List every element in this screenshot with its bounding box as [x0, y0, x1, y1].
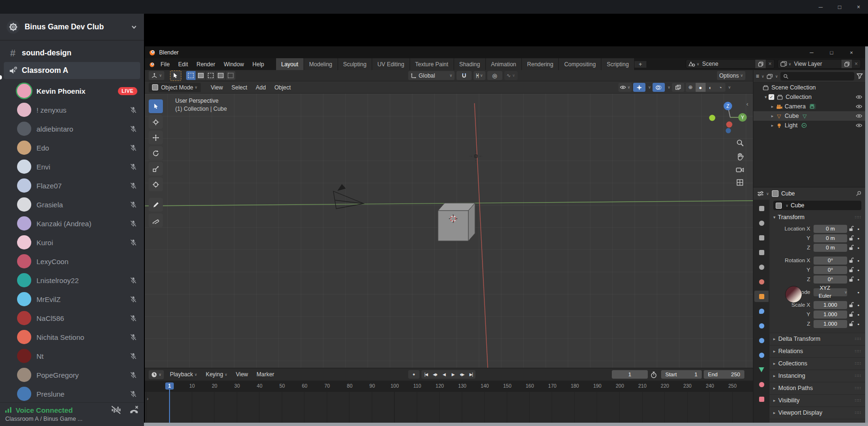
voice-user-row[interactable]: Nichita Setiono: [0, 328, 144, 346]
properties-section-header[interactable]: ▸ Viewport Display ∷∷: [770, 407, 865, 418]
timeline-frame-tick[interactable]: 90: [366, 382, 378, 390]
window-minimize-button[interactable]: ─: [811, 4, 830, 10]
shading-solid-button[interactable]: ●: [696, 83, 706, 92]
timeline-frame-tick[interactable]: 180: [569, 382, 581, 390]
timeline-editor-type-button[interactable]: ∨: [149, 370, 164, 379]
workspace-tab[interactable]: Shading: [454, 58, 485, 70]
workspace-tab[interactable]: Layout: [276, 58, 304, 70]
animate-dot-button[interactable]: ●: [855, 237, 861, 240]
animate-dot-button[interactable]: ●: [855, 246, 861, 249]
noise-suppression-icon[interactable]: [111, 405, 121, 415]
outliner-filter-mode-dropdown[interactable]: ∨: [767, 74, 778, 79]
properties-section-header[interactable]: ▸ Motion Paths ∷∷: [770, 382, 865, 394]
visibility-dropdown[interactable]: ∨: [618, 83, 632, 92]
snap-target-dropdown[interactable]: |•|∨: [474, 71, 485, 80]
timeline-frame-tick[interactable]: 150: [501, 382, 513, 390]
transform-value-field[interactable]: 1.000: [814, 320, 847, 328]
playback-button[interactable]: ◀: [439, 370, 448, 379]
playback-menu[interactable]: Playback∨: [166, 371, 202, 378]
workspace-tab[interactable]: Scripting: [601, 58, 634, 70]
transform-value-field[interactable]: 0°: [814, 275, 847, 284]
voice-user-row[interactable]: PopeGregory: [0, 365, 144, 384]
voice-user-row[interactable]: Grasiela: [0, 195, 144, 214]
menu-item[interactable]: Render: [192, 61, 219, 68]
properties-section-header[interactable]: ▸ Instancing ∷∷: [770, 370, 865, 382]
toggle-xray-button[interactable]: [672, 83, 684, 92]
object-name-field[interactable]: ∨ Cube: [773, 201, 861, 210]
select-mode-lasso[interactable]: [216, 71, 225, 80]
menu-item[interactable]: Window: [219, 61, 248, 68]
current-frame-field[interactable]: 1: [612, 370, 648, 379]
properties-section-header[interactable]: ▸ Delta Transform ∷∷: [770, 333, 865, 345]
view-menu[interactable]: View: [232, 371, 252, 378]
playback-button[interactable]: ▶: [448, 370, 457, 379]
falloff-curve-dropdown[interactable]: ∿∨: [504, 71, 518, 80]
active-tool-select-box[interactable]: [170, 71, 181, 81]
voice-user-row[interactable]: aldiebintaro: [0, 119, 144, 138]
shading-rendered-button[interactable]: ◔: [716, 83, 725, 92]
voice-user-row[interactable]: Envi: [0, 157, 144, 176]
playback-button[interactable]: |◀: [421, 370, 430, 379]
timeline-frame-tick[interactable]: 70: [321, 382, 333, 390]
timeline-frame-tick[interactable]: 240: [704, 382, 716, 390]
blender-menu-logo-icon[interactable]: [149, 61, 155, 68]
properties-tab[interactable]: [754, 305, 769, 317]
scene-selector[interactable]: ∨ Scene ×: [686, 59, 775, 69]
voice-channel-classroom-a[interactable]: Classroom A: [4, 62, 140, 79]
text-channel-sound-design[interactable]: # sound-design: [4, 44, 140, 62]
outliner-display-mode-dropdown[interactable]: ≡∨: [756, 73, 764, 80]
transform-tool-button[interactable]: [149, 178, 163, 191]
properties-tab[interactable]: [754, 320, 769, 331]
new-scene-button[interactable]: [755, 60, 766, 68]
editor-type-button[interactable]: ∨: [149, 71, 164, 80]
timeline-frame-tick[interactable]: 100: [389, 382, 401, 390]
window-maximize-button[interactable]: □: [830, 4, 849, 10]
transform-value-field[interactable]: 0 m: [814, 225, 847, 233]
expand-arrow[interactable]: ▸: [770, 123, 775, 128]
animate-dot-button[interactable]: ●: [855, 303, 861, 307]
shading-material-button[interactable]: ◐: [706, 83, 716, 92]
scale-tool-button[interactable]: [149, 162, 163, 176]
new-view-layer-button[interactable]: [841, 60, 852, 68]
transform-value-field[interactable]: 0 m: [814, 244, 847, 252]
show-gizmos-toggle[interactable]: [633, 83, 645, 92]
outliner-row[interactable]: ▸ ✓ ▽ Light ▽: [753, 121, 865, 130]
properties-tab[interactable]: [754, 247, 769, 258]
transform-value-field[interactable]: 0°: [814, 257, 847, 265]
timeline-frame-tick[interactable]: 110: [411, 382, 423, 390]
workspace-tab[interactable]: Sculpting: [338, 58, 372, 70]
voice-user-row[interactable]: ! zenyxus: [0, 100, 144, 119]
timeline-frame-tick[interactable]: 170: [546, 382, 558, 390]
server-header[interactable]: Binus Game Dev Club: [0, 14, 144, 40]
playback-button[interactable]: ◀♦: [430, 370, 439, 379]
mode-dropdown[interactable]: Object Mode ∨: [149, 83, 201, 92]
light-object[interactable]: [470, 150, 482, 162]
snap-magnet-icon[interactable]: [456, 71, 472, 80]
transform-value-field[interactable]: 0 m: [814, 234, 847, 242]
viewport-menu-item[interactable]: Object: [270, 84, 295, 91]
timeline-frame-tick[interactable]: 190: [591, 382, 603, 390]
window-close-button[interactable]: ×: [849, 4, 868, 10]
blender-restore-button[interactable]: □: [822, 50, 841, 55]
viewport-menu-item[interactable]: Select: [227, 84, 251, 91]
transform-value-field[interactable]: 1.000: [814, 301, 847, 309]
select-mode-box[interactable]: [196, 71, 206, 80]
properties-tab[interactable]: [754, 232, 769, 243]
marker-menu[interactable]: Marker: [252, 371, 278, 378]
voice-user-row[interactable]: MrEvilZ: [0, 290, 144, 309]
unlock-icon[interactable]: [849, 276, 854, 282]
animate-dot-button[interactable]: ●: [855, 291, 861, 294]
animate-dot-button[interactable]: ●: [855, 278, 861, 281]
workspace-tab[interactable]: Modeling: [304, 58, 338, 70]
unlock-icon[interactable]: [849, 235, 854, 241]
navigation-gizmo[interactable]: Z Y: [709, 102, 747, 133]
timeline-frame-tick[interactable]: 230: [681, 382, 694, 390]
blender-minimize-button[interactable]: ─: [802, 50, 822, 55]
properties-tab[interactable]: [754, 261, 769, 273]
camera-view-icon[interactable]: [736, 167, 744, 173]
properties-tab[interactable]: [754, 217, 769, 229]
unlock-icon[interactable]: [849, 311, 854, 317]
voice-user-row[interactable]: Kevin Phoenix LIVE: [0, 81, 144, 100]
menu-item[interactable]: Help: [248, 61, 268, 68]
shading-wireframe-button[interactable]: ⊕: [686, 83, 696, 92]
